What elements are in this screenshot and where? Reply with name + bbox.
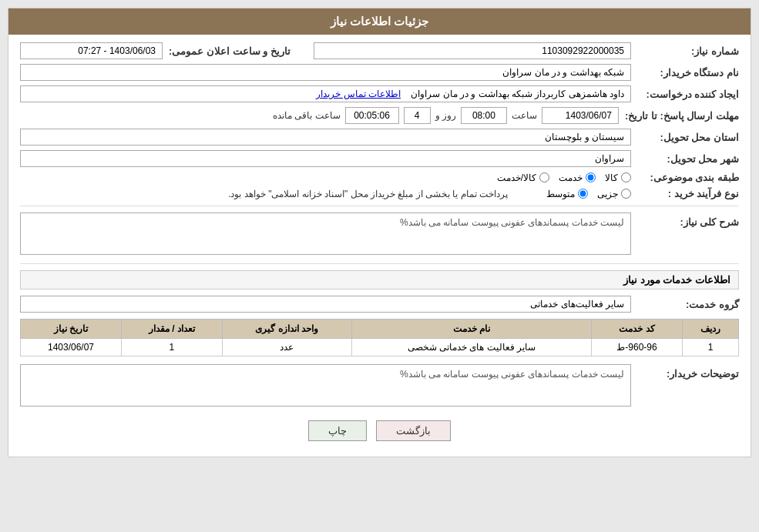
mohlat-roz-value: 4 (404, 107, 431, 124)
radio-khedmat-input[interactable] (586, 172, 596, 182)
table-cell-5: 1403/06/07 (21, 339, 122, 356)
shahr-value: سراوان (20, 150, 631, 167)
col-kod-khedmat: کد خدمت (592, 320, 683, 339)
table-row: 1960-96-طسایر فعالیت های خدماتی شخصیعدد1… (21, 339, 739, 356)
page-title: جزئیات اطلاعات نیاز (331, 15, 428, 28)
sharh-row: شرح کلی نیاز: (20, 212, 739, 257)
navoe-farayand-desc: پرداخت تمام یا بخشی از مبلغ خریداز محل "… (20, 189, 508, 199)
ostan-row: استان محل تحویل: سیستان و بلوچستان (20, 129, 739, 146)
tosihaat-container (20, 364, 631, 409)
col-vahed: واحد اندازه گیری (222, 320, 351, 339)
button-row: بازگشت چاپ (20, 420, 739, 441)
table-header-row: ردیف کد خدمت نام خدمت واحد اندازه گیری ت… (21, 320, 739, 339)
col-radif: ردیف (682, 320, 738, 339)
shomara-niaz-label: شماره نیاز: (631, 45, 739, 57)
nam-dastgah-value: شبکه بهداشت و در مان سراوان (20, 64, 631, 81)
table-cell-3: عدد (222, 339, 351, 356)
radio-kala-khedmat-input[interactable] (539, 172, 549, 182)
table-body: 1960-96-طسایر فعالیت های خدماتی شخصیعدد1… (21, 339, 739, 356)
divider-1 (20, 206, 739, 206)
ijad-konande-label: ایجاد کننده درخواست: (631, 89, 739, 100)
aatelaat-tamas-link[interactable]: اطلاعات تماس خریدار (316, 89, 401, 99)
mohlat-saat-value: 08:00 (461, 107, 507, 124)
radio-kala-khedmat-label: کالا/خدمت (497, 172, 536, 183)
navoe-farayand-label: نوع فرآیند خرید : (631, 188, 739, 199)
services-table: ردیف کد خدمت نام خدمت واحد اندازه گیری ت… (20, 319, 739, 356)
ijad-konande-value: داود هاشمزهی کاربرداز شبکه بهداشت و در م… (20, 85, 631, 102)
radio-motevaset-input[interactable] (578, 189, 588, 199)
tarikho-saat-value: 1403/06/03 - 07:27 (20, 42, 163, 59)
nam-dastgah-label: نام دستگاه خریدار: (631, 67, 739, 79)
radio-kala-label: کالا (605, 172, 618, 183)
print-button[interactable]: چاپ (308, 420, 367, 441)
sharh-label: شرح کلی نیاز: (631, 212, 739, 228)
service-info-header: اطلاعات خدمات مورد نیاز (20, 270, 739, 289)
tarikho-saat-label: تاریخ و ساعت اعلان عمومی: (163, 45, 291, 57)
radio-khedmat[interactable]: خدمت (559, 172, 596, 183)
divider-2 (20, 263, 739, 264)
table-cell-1: 960-96-ط (592, 339, 683, 356)
tosihaat-textarea[interactable] (20, 364, 631, 407)
shahr-row: شهر محل تحویل: سراوان (20, 150, 739, 167)
col-tedad: تعداد / مقدار (122, 320, 223, 339)
col-tarikh: تاریخ نیاز (21, 320, 122, 339)
radio-khedmat-label: خدمت (559, 172, 583, 183)
grooh-khedmat-value: سایر فعالیت‌های خدماتی (20, 296, 631, 313)
shahr-label: شهر محل تحویل: (631, 153, 739, 165)
ostan-label: استان محل تحویل: (631, 132, 739, 143)
page-header: جزئیات اطلاعات نیاز (8, 8, 751, 35)
grooh-khedmat-label: گروه خدمت: (631, 299, 739, 310)
nam-dastgah-row: نام دستگاه خریدار: شبکه بهداشت و در مان … (20, 64, 739, 81)
tabaghebandi-label: طبقه بندی موضوعی: (631, 172, 739, 183)
tabaghebandi-row: طبقه بندی موضوعی: کالا خدمت کالا/خدمت (20, 172, 739, 183)
tosihaat-row: توضیحات خریدار: (20, 364, 739, 409)
radio-kala[interactable]: کالا (605, 172, 631, 183)
mohlat-bagi-value: 00:05:06 (345, 107, 399, 124)
mohlat-date-value: 1403/06/07 (542, 107, 619, 124)
radio-kala-input[interactable] (621, 172, 631, 182)
table-cell-2: سایر فعالیت های خدماتی شخصی (351, 339, 592, 356)
ijad-konande-row: ایجاد کننده درخواست: داود هاشمزهی کاربرد… (20, 85, 739, 102)
ostan-value: سیستان و بلوچستان (20, 129, 631, 146)
grooh-khedmat-row: گروه خدمت: سایر فعالیت‌های خدماتی (20, 296, 739, 313)
sharh-textarea[interactable] (20, 212, 631, 255)
col-nam-khedmat: نام خدمت (351, 320, 592, 339)
mohlat-ersal-label: مهلت ارسال پاسخ: تا تاریخ: (619, 110, 739, 122)
navoe-farayand-options: جزیی متوسط (508, 189, 631, 199)
table-cell-0: 1 (682, 339, 738, 356)
shomara-niaz-value: 1103092922000035 (314, 42, 631, 59)
radio-motevaset-label: متوسط (546, 189, 575, 199)
radio-motevaset[interactable]: متوسط (546, 189, 588, 199)
radio-jozi[interactable]: جزیی (597, 189, 631, 199)
mohlat-ersal-row: مهلت ارسال پاسخ: تا تاریخ: 1403/06/07 سا… (20, 107, 739, 124)
tosihaat-label: توضیحات خریدار: (631, 364, 739, 380)
table-cell-4: 1 (122, 339, 223, 356)
sharh-container (20, 212, 631, 257)
services-table-section: ردیف کد خدمت نام خدمت واحد اندازه گیری ت… (20, 319, 739, 356)
radio-kala-khedmat[interactable]: کالا/خدمت (497, 172, 549, 183)
back-button[interactable]: بازگشت (376, 420, 451, 441)
mohlat-roz-label: روز و (435, 110, 456, 121)
radio-jozi-input[interactable] (621, 189, 631, 199)
radio-jozi-label: جزیی (597, 189, 618, 199)
mohlat-saat-label: ساعت (512, 110, 537, 121)
shomara-niaz-row: شماره نیاز: 1103092922000035 تاریخ و ساع… (20, 42, 739, 59)
mohlat-bagi-label: ساعت باقی مانده (273, 110, 341, 121)
tabaghebandi-options: کالا خدمت کالا/خدمت (20, 172, 631, 183)
navoe-farayand-row: نوع فرآیند خرید : جزیی متوسط پرداخت تمام… (20, 188, 739, 199)
